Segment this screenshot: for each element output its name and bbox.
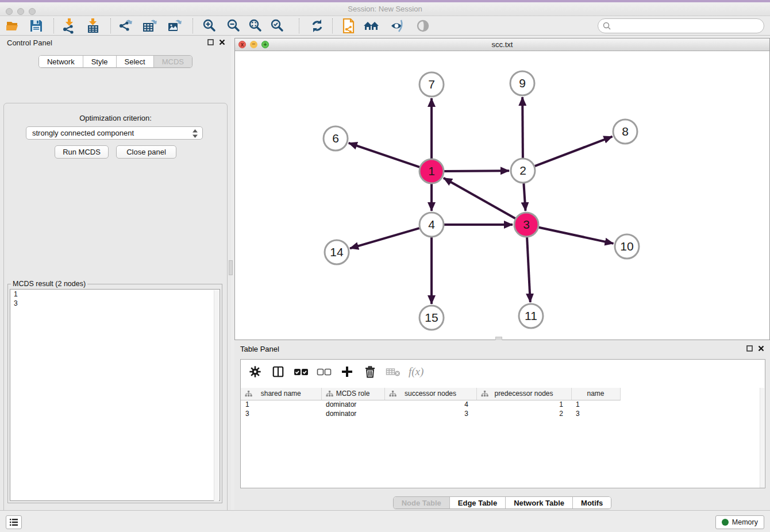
node-7[interactable]: 7	[419, 72, 444, 97]
edge-4-14[interactable]	[350, 228, 419, 248]
splitter-handle[interactable]	[229, 260, 233, 275]
toolbar-separator	[299, 18, 299, 33]
run-mcds-button[interactable]: Run MCDS	[55, 145, 109, 159]
export-network-icon[interactable]	[117, 18, 134, 34]
float-panel-icon[interactable]	[207, 39, 214, 45]
node-8[interactable]: 8	[613, 119, 637, 144]
tab-network-table[interactable]: Network Table	[506, 497, 573, 508]
column-layout-icon[interactable]	[271, 364, 286, 379]
table-scrollbar[interactable]	[760, 388, 764, 488]
zoom-selected-icon[interactable]	[269, 18, 286, 34]
column-header-mcds-role[interactable]: MCDS role	[321, 388, 384, 400]
svg-text:1: 1	[428, 164, 435, 178]
style-preview-icon[interactable]	[388, 18, 406, 34]
minimize-window-button[interactable]	[17, 8, 24, 15]
empty-header	[620, 388, 760, 400]
export-table-icon[interactable]	[141, 18, 159, 34]
node-15[interactable]: 15	[419, 306, 444, 330]
tab-style[interactable]: Style	[83, 56, 117, 67]
edge-2-8[interactable]	[535, 137, 613, 167]
node-4[interactable]: 4	[419, 213, 444, 237]
delete-column-icon[interactable]	[363, 364, 378, 379]
import-table-icon[interactable]	[85, 18, 102, 34]
column-header-successor-nodes[interactable]: successor nodes	[384, 388, 476, 400]
result-scrollbar[interactable]	[214, 290, 219, 501]
maximize-window-button[interactable]	[29, 8, 36, 15]
tab-select[interactable]: Select	[117, 56, 154, 67]
criterion-value: strongly connected component	[32, 129, 134, 137]
mcds-result-list[interactable]: 1 3	[10, 289, 220, 501]
tab-mcds[interactable]: MCDS	[154, 56, 192, 67]
edge-3-1[interactable]	[444, 178, 515, 218]
memory-button[interactable]: Memory	[715, 515, 764, 529]
search-field[interactable]	[598, 18, 764, 33]
network-view-window: x − + scc.txt 7968124314101511	[234, 38, 770, 340]
zoom-out-icon[interactable]	[225, 18, 242, 34]
close-panel-button[interactable]: Close panel	[116, 145, 176, 159]
svg-text:10: 10	[620, 240, 633, 253]
refresh-icon[interactable]	[309, 18, 326, 34]
node-table-container: f(x) shared name MCDS role successor nod…	[240, 359, 765, 488]
task-history-button[interactable]	[6, 515, 22, 529]
network-close-button[interactable]: x	[238, 41, 246, 48]
toolbar-separator	[332, 18, 333, 33]
tab-edge-table[interactable]: Edge Table	[450, 497, 506, 508]
svg-text:14: 14	[330, 245, 344, 259]
select-all-columns-icon[interactable]	[294, 364, 309, 379]
toolbar-separator	[110, 18, 111, 33]
zoom-in-icon[interactable]	[201, 18, 218, 34]
edge-3-10[interactable]	[539, 228, 614, 244]
edge-1-6[interactable]	[349, 143, 420, 167]
tab-node-table[interactable]: Node Table	[394, 497, 450, 508]
deselect-all-columns-icon[interactable]	[317, 364, 332, 379]
close-panel-icon[interactable]	[758, 345, 764, 352]
home-icon[interactable]	[363, 18, 380, 34]
table-settings-gear-icon[interactable]	[248, 364, 263, 379]
node-11[interactable]: 11	[519, 304, 543, 328]
tab-motifs[interactable]: Motifs	[573, 497, 611, 508]
clone-network-icon[interactable]	[340, 18, 357, 34]
node-6[interactable]: 6	[324, 126, 348, 151]
edge-2-9[interactable]	[522, 97, 523, 158]
add-column-icon[interactable]	[340, 364, 355, 379]
zoom-fit-icon[interactable]	[247, 18, 264, 34]
import-network-icon[interactable]	[60, 18, 78, 34]
show-hide-graphics-icon[interactable]	[414, 18, 432, 34]
svg-text:2: 2	[519, 164, 526, 177]
table-row[interactable]: 1 dominator 4 1 1	[241, 400, 760, 409]
network-maximize-button[interactable]: +	[261, 41, 269, 48]
node-14[interactable]: 14	[325, 240, 349, 264]
mcds-result-box: MCDS result (2 nodes) 1 3	[7, 284, 222, 503]
node-10[interactable]: 10	[615, 234, 639, 259]
export-image-icon[interactable]	[166, 18, 183, 34]
edge-3-11[interactable]	[527, 237, 530, 302]
window-traffic-lights[interactable]	[6, 8, 36, 15]
column-header-predecessor-nodes[interactable]: predecessor nodes	[476, 388, 571, 400]
status-bar: Memory	[0, 510, 770, 532]
network-window-titlebar[interactable]: x − + scc.txt	[235, 38, 769, 51]
network-canvas[interactable]: 7968124314101511	[235, 51, 769, 340]
open-folder-icon[interactable]	[5, 18, 22, 34]
save-icon[interactable]	[28, 18, 45, 34]
column-header-name[interactable]: name	[571, 388, 620, 400]
edge-2-3[interactable]	[523, 183, 525, 211]
search-input[interactable]	[598, 18, 764, 33]
criterion-dropdown[interactable]: strongly connected component	[26, 126, 203, 140]
node-3[interactable]: 3	[514, 213, 538, 237]
tab-network[interactable]: Network	[39, 56, 83, 67]
table-row[interactable]: 3 dominator 3 2 3	[241, 409, 760, 418]
table-panel: Table Panel	[234, 340, 770, 510]
float-panel-icon[interactable]	[746, 345, 753, 352]
close-window-button[interactable]	[6, 8, 13, 15]
svg-text:15: 15	[425, 311, 438, 324]
node-9[interactable]: 9	[510, 71, 534, 95]
node-1[interactable]: 1	[419, 159, 444, 183]
search-icon	[603, 22, 611, 30]
network-minimize-button[interactable]: −	[250, 41, 257, 48]
node-2[interactable]: 2	[511, 159, 535, 183]
svg-text:6: 6	[332, 132, 339, 145]
column-header-shared-name[interactable]: shared name	[241, 388, 321, 400]
svg-text:11: 11	[525, 309, 537, 322]
edge-1-2[interactable]	[444, 171, 509, 171]
close-panel-icon[interactable]	[219, 39, 225, 45]
